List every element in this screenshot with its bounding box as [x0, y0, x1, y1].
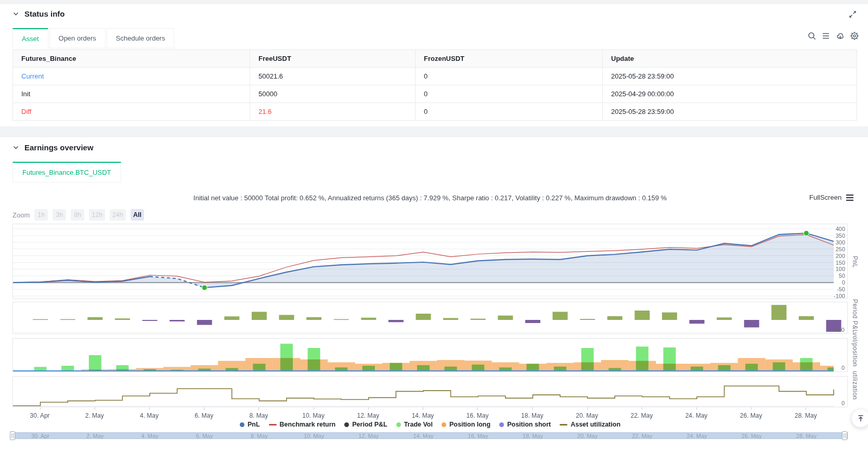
legend-label: Period P&L [352, 421, 387, 428]
status-info-title: Status info [24, 9, 65, 18]
utilization-panel [12, 376, 848, 407]
axis-title-utilization: utilization [851, 371, 859, 400]
pnl-ytick-label: -100 [834, 293, 845, 299]
slider-handle-left[interactable] [10, 431, 15, 440]
legend-item-period-p-l[interactable]: Period P&L [344, 421, 387, 428]
slider-date-label: 12. May [352, 433, 385, 440]
legend-label: Asset utilization [571, 421, 620, 428]
page-top-strip [0, 0, 868, 4]
x-axis-label: 22. May [625, 412, 658, 419]
x-axis-label: 30. Apr [23, 412, 57, 419]
x-axis-tick [204, 407, 204, 410]
legend-label: Trade Vol [404, 421, 433, 428]
x-axis-tick [368, 407, 369, 410]
datazoom-slider[interactable]: 30. Apr2. May4. May6. May8. May10. May12… [12, 432, 848, 439]
pnl-ytick-label: 100 [836, 266, 845, 272]
slider-date-label: 8. May [242, 433, 276, 440]
frozen-usdt-value: 0 [416, 68, 603, 85]
chevron-down-icon[interactable] [12, 144, 19, 151]
slider-handle-right[interactable] [842, 431, 847, 440]
x-axis-tick [642, 407, 642, 410]
fullscreen-button[interactable]: FullScreen [809, 194, 854, 201]
search-icon[interactable] [807, 31, 817, 41]
column-header-futures_binance: Futures_Binance [13, 50, 250, 68]
legend-item-position-long[interactable]: Position long [442, 421, 490, 428]
zoom-label: Zoom [12, 211, 30, 219]
chevron-down-icon[interactable] [12, 10, 19, 17]
x-axis-label: 12. May [352, 412, 385, 419]
x-axis-label: 16. May [461, 412, 494, 419]
cloud-download-icon[interactable] [835, 31, 845, 41]
row-label: Diff [13, 103, 250, 121]
slider-date-label: 20. May [571, 433, 604, 440]
back-to-top-icon [857, 414, 865, 422]
zoom-controls: Zoom 1h3h8h12h24hAll [12, 209, 144, 221]
legend-item-position-short[interactable]: Position short [499, 421, 551, 428]
zoom-button-all[interactable]: All [131, 209, 144, 221]
legend-item-trade-vol[interactable]: Trade Vol [396, 421, 433, 428]
zoom-button-3h[interactable]: 3h [53, 209, 66, 221]
corner-label-vol_position: 0 [826, 365, 845, 371]
status-tabs: AssetOpen ordersSchedule orders [12, 28, 175, 48]
pnl-ytick-label: 300 [836, 239, 845, 246]
slider-date-label: 14. May [407, 433, 440, 440]
legend-item-pnl[interactable]: PnL [240, 421, 260, 428]
x-axis-tick [587, 407, 588, 410]
tab-schedule-orders[interactable]: Schedule orders [107, 28, 175, 48]
x-axis-tick [258, 407, 259, 410]
slider-date-label: 28. May [789, 433, 823, 440]
x-axis-tick [696, 407, 697, 410]
x-axis-label: 10. May [297, 412, 330, 419]
x-axis-tick [806, 407, 806, 410]
x-axis-label: 28. May [789, 412, 822, 419]
status-info-header: Status info [12, 9, 65, 18]
legend-dot-icon [499, 422, 504, 427]
x-axis-label: 26. May [734, 412, 768, 419]
hamburger-menu-icon[interactable] [846, 194, 854, 201]
tab-asset[interactable]: Asset [12, 28, 48, 48]
earnings-summary: Initial net value : 50000 Total profit: … [12, 194, 848, 202]
update-value: 2025-04-29 00:00:00 [603, 85, 857, 103]
back-to-top-button[interactable] [851, 409, 868, 428]
tab-futures-binance-btc-usdt[interactable]: Futures_Binance.BTC_USDT [12, 162, 121, 183]
table-row-diff: Diff21.602025-05-28 23:59:00 [13, 103, 857, 121]
row-label[interactable]: Current [13, 68, 250, 85]
zoom-button-8h[interactable]: 8h [71, 209, 84, 221]
status-table: Futures_BinanceFreeUSDTFrozenUSDTUpdate … [12, 49, 857, 121]
legend-label: Position long [449, 421, 490, 428]
fullscreen-label: FullScreen [809, 194, 841, 201]
row-label: Init [13, 85, 250, 103]
x-axis-label: 18. May [515, 412, 549, 419]
x-axis-tick [314, 407, 314, 410]
zoom-button-1h[interactable]: 1h [34, 209, 48, 221]
x-axis-label: 2. May [78, 412, 111, 419]
table-row-init: Init5000002025-04-29 00:00:00 [13, 85, 857, 103]
pnl-ytick-label: -50 [837, 286, 845, 292]
pnl-panel: 400350300250200150100500-50-100 [12, 224, 848, 299]
update-value: 2025-05-28 23:59:00 [603, 103, 857, 121]
list-icon[interactable] [821, 31, 831, 41]
free-usdt-value: 50021.6 [250, 68, 416, 85]
slider-date-label: 26. May [735, 433, 768, 440]
period-pnl-panel [12, 302, 848, 334]
zoom-button-12h[interactable]: 12h [89, 209, 105, 221]
legend-item-asset-utilization[interactable]: Asset utilization [560, 421, 620, 428]
pnl-ytick-label: 0 [842, 279, 845, 286]
pnl-ytick-label: 250 [836, 246, 845, 252]
legend-dot-icon [396, 422, 401, 427]
x-axis-tick [532, 407, 533, 410]
period-pnl-chart [13, 302, 847, 333]
zoom-button-24h[interactable]: 24h [110, 209, 126, 221]
x-axis-tick [40, 407, 41, 410]
tab-open-orders[interactable]: Open orders [49, 28, 106, 48]
legend-dot-icon [442, 422, 446, 427]
slider-date-label: 18. May [516, 433, 549, 440]
legend-dot-icon [240, 422, 244, 427]
settings-icon[interactable] [850, 31, 859, 41]
legend-item-benchmark-return[interactable]: Benchmark return [269, 421, 336, 428]
column-header-freeusdt: FreeUSDT [250, 50, 416, 68]
expand-icon[interactable] [848, 10, 857, 19]
corner-label-period_pnl: -100 [826, 327, 845, 333]
axis-title-pnl: PnL [851, 256, 859, 268]
pnl-ytick-label: 50 [839, 273, 845, 279]
